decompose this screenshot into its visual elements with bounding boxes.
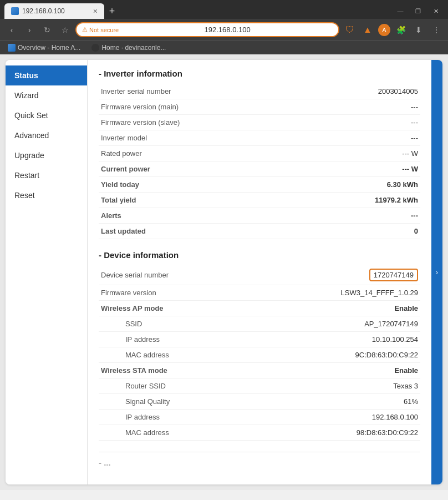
address-bar[interactable]: ⚠ Not secure 192.168.0.100 (75, 22, 339, 37)
browser-chrome: 192.168.0.100 × + — ❐ ✕ ‹ › ↻ ☆ ⚠ Not se… (0, 0, 448, 54)
brave-shield-icon[interactable]: 🛡 (343, 23, 357, 37)
row-value: --- W (276, 146, 420, 161)
bookmark-home[interactable]: Overview - Home A... (4, 43, 84, 53)
sidebar-item-upgrade[interactable]: Upgrade (6, 145, 87, 165)
row-label: Wireless AP mode (99, 301, 276, 316)
bookmark-button[interactable]: ☆ (58, 23, 72, 37)
inverter-section-title: - Inverter information (99, 69, 420, 78)
row-label: Wireless STA mode (99, 363, 276, 378)
sidebar-item-advanced[interactable]: Advanced (6, 125, 87, 145)
sidebar-item-reset[interactable]: Reset (6, 185, 87, 205)
row-label: IP address (99, 410, 276, 425)
table-row-sta-ssid: Router SSID Texas 3 (99, 378, 420, 394)
browser-tab[interactable]: 192.168.0.100 × (4, 3, 104, 19)
table-row-ap-mode: Wireless AP mode Enable (99, 301, 420, 316)
table-row-sta-mode: Wireless STA mode Enable (99, 363, 420, 378)
row-value: 61% (276, 394, 420, 410)
highlighted-serial: 1720747149 (369, 269, 418, 281)
window-controls: — ❐ ✕ (393, 6, 444, 16)
table-row-bold: Total yield 11979.2 kWh (99, 193, 420, 208)
row-label: Firmware version (slave) (99, 115, 276, 130)
table-row: Inverter model --- (99, 130, 420, 146)
row-label: Yield today (99, 177, 276, 193)
right-panel-toggle[interactable]: › (431, 60, 442, 484)
new-tab-button[interactable]: + (104, 3, 120, 19)
row-label: Device serial number (99, 265, 276, 285)
bookmark-github-favicon (91, 44, 99, 52)
sidebar-item-wizard[interactable]: Wizard (6, 85, 87, 105)
row-label: Firmware version (main) (99, 99, 276, 115)
table-row-ap-ssid: SSID AP_1720747149 (99, 316, 420, 332)
row-value: 6.30 kWh (276, 177, 420, 193)
page-content: Status Wizard Quick Set Advanced Upgrade… (0, 54, 448, 490)
device-info-table: Device serial number 1720747149 Firmware… (99, 265, 420, 441)
row-value: 0 (276, 224, 420, 239)
not-secure-indicator: ⚠ Not secure (82, 26, 119, 33)
table-row: Firmware version (main) --- (99, 99, 420, 115)
back-button[interactable]: ‹ (4, 23, 19, 37)
sidebar-item-quickset[interactable]: Quick Set (6, 105, 87, 125)
row-value: --- (276, 99, 420, 115)
table-row-ap-mac: MAC address 9C:D8:63:D0:C9:22 (99, 347, 420, 363)
row-label: MAC address (99, 425, 276, 441)
downloads-icon[interactable]: ⬇ (411, 23, 426, 37)
table-row: Inverter serial number 2003014005 (99, 84, 420, 99)
bookmark-home-label: Overview - Home A... (18, 44, 80, 52)
bookmark-home-favicon (8, 44, 16, 52)
brave-rewards-icon[interactable]: ▲ (360, 23, 375, 37)
row-label: Rated power (99, 146, 276, 161)
table-row-sta-ip: IP address 192.168.0.100 (99, 410, 420, 425)
row-label: SSID (99, 316, 276, 332)
tab-close-button[interactable]: × (93, 7, 98, 16)
table-row-bold: Last updated 0 (99, 224, 420, 239)
row-value: --- (276, 115, 420, 130)
table-row-bold: Alerts --- (99, 208, 420, 224)
row-value: Texas 3 (276, 378, 420, 394)
row-value: --- (276, 130, 420, 146)
sidebar-item-restart[interactable]: Restart (6, 165, 87, 185)
table-row-sta-signal: Signal Quality 61% (99, 394, 420, 410)
bookmark-github[interactable]: Home · devinaconle... (88, 43, 169, 53)
forward-button[interactable]: › (22, 23, 37, 37)
table-row-bold: Current power --- W (99, 161, 420, 177)
row-label: Alerts (99, 208, 276, 224)
row-value: --- (276, 208, 420, 224)
reload-button[interactable]: ↻ (40, 23, 54, 37)
inverter-info-table: Inverter serial number 2003014005 Firmwa… (99, 84, 420, 239)
row-value: --- W (276, 161, 420, 177)
tab-title: 192.168.0.100 (22, 7, 65, 15)
sidebar-item-status[interactable]: Status (6, 65, 87, 85)
tab-favicon (11, 7, 19, 15)
browser-titlebar: 192.168.0.100 × + — ❐ ✕ (0, 0, 448, 19)
profile-icon[interactable]: A (378, 24, 390, 36)
right-panel-arrow-icon: › (436, 269, 438, 276)
close-button[interactable]: ✕ (428, 6, 444, 16)
next-section-title-partial: - ... (99, 458, 420, 467)
row-value: 10.10.100.254 (276, 332, 420, 347)
toolbar-icons: 🛡 ▲ A 🧩 ⬇ ⋮ (343, 23, 444, 37)
maximize-button[interactable]: ❐ (410, 6, 426, 16)
row-value: Enable (276, 363, 420, 378)
row-value-serial: 1720747149 (276, 265, 420, 285)
menu-icon[interactable]: ⋮ (429, 23, 444, 37)
url-text[interactable]: 192.168.0.100 (122, 26, 333, 34)
row-label: Total yield (99, 193, 276, 208)
extensions-icon[interactable]: 🧩 (394, 23, 408, 37)
row-value: LSW3_14_FFFF_1.0.29 (276, 285, 420, 301)
table-row-firmware: Firmware version LSW3_14_FFFF_1.0.29 (99, 285, 420, 301)
device-section-title: - Device information (99, 250, 420, 260)
row-value: Enable (276, 301, 420, 316)
not-secure-label: Not secure (89, 27, 119, 33)
row-label: Firmware version (99, 285, 276, 301)
minimize-button[interactable]: — (393, 6, 408, 16)
table-row-ap-ip: IP address 10.10.100.254 (99, 332, 420, 347)
row-label: Current power (99, 161, 276, 177)
row-label: IP address (99, 332, 276, 347)
main-panel: Status Wizard Quick Set Advanced Upgrade… (6, 60, 442, 484)
warning-icon: ⚠ (82, 26, 88, 33)
row-value: AP_1720747149 (276, 316, 420, 332)
browser-toolbar: ‹ › ↻ ☆ ⚠ Not secure 192.168.0.100 🛡 ▲ A… (0, 19, 448, 41)
row-label: Last updated (99, 224, 276, 239)
sidebar: Status Wizard Quick Set Advanced Upgrade… (6, 60, 88, 484)
bookmark-github-label: Home · devinaconle... (101, 44, 166, 52)
